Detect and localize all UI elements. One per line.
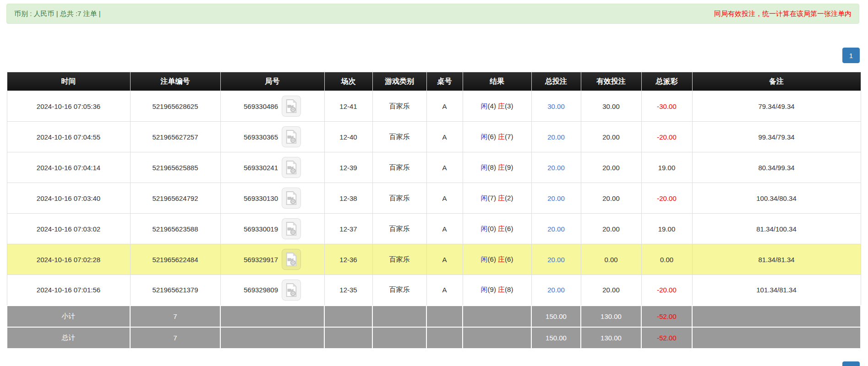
cell-time: 2024-10-16 07:01:56 — [7, 275, 130, 306]
round-wrap: 569330130 — [244, 188, 301, 209]
cell-valid-bet: 20.00 — [581, 214, 641, 244]
cell-session: 12-36 — [324, 244, 372, 275]
cell-remark: 81.34/100.34 — [692, 214, 861, 244]
round-number: 569330486 — [244, 102, 278, 110]
cell-round: 569330486 — [220, 91, 324, 122]
cell-total-bet: 20.00 — [531, 122, 581, 152]
player-result-label: 闲 — [481, 194, 488, 202]
cell-valid-bet: 20.00 — [581, 183, 641, 214]
total-bet-link[interactable]: 30.00 — [547, 102, 565, 110]
cell-game-type: 百家乐 — [372, 122, 426, 152]
cell-remark: 79.34/49.34 — [692, 91, 861, 122]
round-wrap: 569329809 — [244, 280, 301, 301]
page-1-button[interactable]: 1 — [842, 48, 860, 63]
cell-session: 12-40 — [324, 122, 372, 152]
page-1-button-bottom[interactable]: 1 — [842, 361, 860, 366]
col-header-round-no: 局号 — [220, 72, 324, 91]
cell-count: 7 — [130, 327, 220, 349]
cell-round: 569330130 — [220, 183, 324, 214]
video-replay-button[interactable] — [282, 218, 301, 239]
total-bet-link[interactable]: 20.00 — [547, 133, 565, 141]
total-bet-link[interactable]: 20.00 — [547, 225, 565, 233]
banker-result-score: (6) — [505, 225, 513, 232]
cell-table-number: A — [426, 275, 463, 306]
total-bet-link[interactable]: 20.00 — [547, 164, 565, 172]
cell-session: 12-35 — [324, 275, 372, 306]
cell-valid-bet: 0.00 — [581, 244, 641, 275]
cell-result — [463, 327, 531, 349]
col-header-game-type: 游戏类别 — [372, 72, 426, 91]
video-replay-button[interactable] — [282, 280, 301, 301]
cell-total-bet: 20.00 — [531, 214, 581, 244]
cell-time: 2024-10-16 07:03:02 — [7, 214, 130, 244]
col-header-time: 时间 — [7, 72, 130, 91]
cell-result: 闲(0) 庄(6) — [463, 214, 531, 244]
cell-remark: 80.34/99.34 — [692, 152, 861, 183]
player-result-score: (0) — [488, 225, 498, 232]
cell-result: 闲(6) 庄(6) — [463, 244, 531, 275]
video-replay-button[interactable] — [282, 126, 301, 147]
cell-remark: 101.34/81.34 — [692, 275, 861, 306]
cell-total-bet: 30.00 — [531, 91, 581, 122]
video-replay-button[interactable] — [282, 188, 301, 209]
cell-remark — [692, 327, 861, 349]
cell-total-bet: 150.00 — [531, 306, 581, 327]
banker-result-label: 庄 — [498, 285, 505, 293]
cell-total-bet: 150.00 — [531, 327, 581, 349]
cell-valid-bet: 20.00 — [581, 122, 641, 152]
cell-table-number: A — [426, 183, 463, 214]
total-bet-link[interactable]: 20.00 — [547, 194, 565, 202]
cell-valid-bet: 20.00 — [581, 275, 641, 306]
cell-table-number — [426, 306, 463, 327]
cell-valid-bet: 130.00 — [581, 306, 641, 327]
banker-result-score: (9) — [505, 163, 513, 171]
video-file-icon — [285, 99, 297, 113]
cell-game-type: 百家乐 — [372, 91, 426, 122]
cell-round: 569330019 — [220, 214, 324, 244]
cell-time: 2024-10-16 07:02:28 — [7, 244, 130, 275]
total-bet-link[interactable]: 20.00 — [547, 286, 565, 294]
banker-result-score: (3) — [505, 102, 513, 110]
cell-bet-number: 521965622484 — [130, 244, 220, 275]
round-number: 569329809 — [244, 286, 278, 294]
player-result-label: 闲 — [481, 102, 488, 110]
video-replay-button[interactable] — [282, 157, 301, 178]
cell-time: 2024-10-16 07:04:55 — [7, 122, 130, 152]
cell-game-type — [372, 306, 426, 327]
col-header-payout: 总派彩 — [641, 72, 692, 91]
cell-game-type: 百家乐 — [372, 244, 426, 275]
cell-session — [324, 327, 372, 349]
cell-bet-number: 521965627257 — [130, 122, 220, 152]
round-number: 569330365 — [244, 133, 278, 141]
cell-time: 2024-10-16 07:04:14 — [7, 152, 130, 183]
player-result-score: (6) — [488, 255, 498, 263]
cell-table-number — [426, 327, 463, 349]
round-wrap: 569330019 — [244, 218, 301, 239]
cell-round: 569330241 — [220, 152, 324, 183]
cell-remark — [692, 306, 861, 327]
cell-round — [220, 306, 324, 327]
cell-game-type — [372, 327, 426, 349]
subtotal-row: 小计7150.00130.00-52.00 — [7, 306, 861, 327]
cell-table-number: A — [426, 122, 463, 152]
video-replay-button[interactable] — [282, 96, 301, 117]
banker-result-label: 庄 — [498, 102, 505, 110]
cell-session: 12-41 — [324, 91, 372, 122]
cell-payout: -52.00 — [641, 306, 692, 327]
cell-payout: 19.00 — [641, 214, 692, 244]
cell-payout: -20.00 — [641, 183, 692, 214]
col-header-result: 结果 — [463, 72, 531, 91]
currency-summary-text: 币别 : 人民币 | 总共 :7 注单 | — [14, 10, 101, 18]
grand-total-row: 总计7150.00130.00-52.00 — [7, 327, 861, 349]
banker-result-label: 庄 — [498, 225, 505, 232]
cell-game-type: 百家乐 — [372, 152, 426, 183]
cell-bet-number: 521965625885 — [130, 152, 220, 183]
cell-count: 7 — [130, 306, 220, 327]
cell-bet-number: 521965624792 — [130, 183, 220, 214]
banker-result-score: (2) — [505, 194, 513, 202]
total-bet-link[interactable]: 20.00 — [547, 256, 565, 264]
player-result-score: (7) — [488, 194, 498, 202]
video-replay-button[interactable] — [282, 249, 301, 270]
cell-valid-bet: 20.00 — [581, 152, 641, 183]
cell-session — [324, 306, 372, 327]
